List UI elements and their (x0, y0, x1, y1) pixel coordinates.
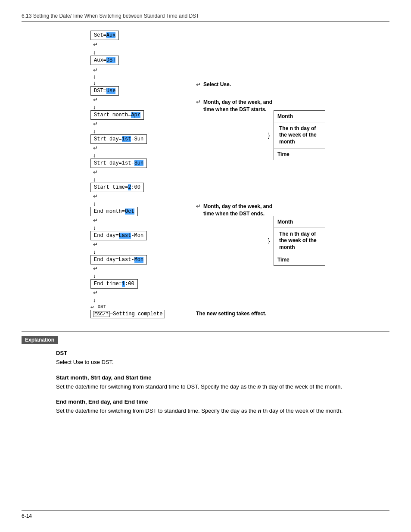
arrow-1: ↵ (90, 40, 98, 49)
header-title: 6.13 Setting the Date/Time When Switchin… (22, 13, 199, 19)
exp-end-body: Set the date/time for switching from DST… (56, 407, 389, 415)
box-start-month: Start month=Apr (90, 110, 144, 120)
flow-column: Set=Aux ↵ ↓ Aux=DST ↵ ↓ ↓ (90, 31, 190, 318)
exp-start-title: Start month, Strt day, and Start time (56, 374, 389, 381)
node-end-month: End month=Oct (90, 207, 138, 216)
bracket-nth-day-wrapper: } The n th day of the week of the month (274, 122, 325, 148)
node-aux-dst: Aux=DST (90, 56, 119, 65)
bracket-end-group: Month } The n th day of the week of the … (274, 216, 325, 266)
exp-dst-body: Select Use to use DST. (56, 358, 389, 367)
page-footer: 6-14 (22, 510, 389, 519)
bracket-nth-day-text: The n th day of the week of the month (279, 125, 322, 146)
box-end-time: End time=1:00 (90, 279, 138, 289)
page-header: 6.13 Setting the Date/Time When Switchin… (22, 13, 389, 22)
page: 6.13 Setting the Date/Time When Switchin… (0, 0, 411, 532)
box-set-aux: Set=Aux (90, 31, 119, 40)
node-strt-day-1st: Strt day=1st-Sun (90, 134, 147, 144)
annot-dst-starts: ↵ Month, day of the week, and time when … (196, 99, 281, 113)
node-dst-use: DST=Use (90, 86, 119, 96)
box-end-day-mon: End day=Last-Mon (90, 255, 147, 264)
annot-new-setting-text: The new setting takes effect. (196, 311, 266, 317)
box-dst-use: DST=Use (90, 86, 119, 96)
annot-dst-ends-text: Month, day of the week, and time when th… (203, 203, 281, 218)
diagram-area: Set=Aux ↵ ↓ Aux=DST ↵ ↓ ↓ (90, 31, 389, 318)
annotations-column: ↵ Select Use. ↵ Month, day of the week, … (196, 31, 347, 318)
node-end-day-mon: End day=Last-Mon (90, 255, 147, 264)
bracket-start-group: Month } The n th day of the week of the … (274, 110, 325, 160)
bracket-end-month-label: Month (274, 216, 325, 228)
box-aux-dst: Aux=DST (90, 56, 119, 65)
bracket-time-label: Time (274, 148, 325, 160)
exp-dst-title: DST (56, 350, 389, 356)
bracket-time-end-label: Time (274, 254, 325, 265)
exp-block-start: Start month, Strt day, and Start time Se… (22, 374, 389, 391)
box-end-day-last: End day=Last-Mon (90, 231, 147, 240)
explanation-section: Explanation DST Select Use to use DST. S… (22, 331, 389, 415)
annot-select-use: ↵ Select Use. (196, 81, 231, 88)
box-strt-day-1st: Strt day=1st-Sun (90, 134, 147, 144)
box-strt-day-sun: Strt day=1st-Sun (90, 159, 147, 168)
bracket-nth-day-end-text: The n th day of the week of the month (279, 231, 322, 251)
bracket-month-label: Month (274, 111, 325, 122)
node-start-month: Start month=Apr (90, 110, 144, 120)
exp-start-body: Set the date/time for switching from sta… (56, 383, 389, 391)
exp-end-title: End month, End day, and End time (56, 398, 389, 405)
page-number: 6-14 (22, 513, 32, 519)
box-end-month: End month=Oct (90, 207, 138, 216)
annot-dst-ends: ↵ Month, day of the week, and time when … (196, 203, 281, 218)
node-end-time: End time=1:00 (90, 279, 138, 289)
annot-dst-starts-text: Month, day of the week, and time when th… (203, 99, 281, 113)
node-strt-day-sun: Strt day=1st-Sun (90, 159, 147, 168)
annot-select-use-text: Select Use. (203, 81, 231, 87)
bracket-nth-day-end-wrapper: } The n th day of the week of the month (274, 228, 325, 254)
exp-block-dst: DST Select Use to use DST. (22, 350, 389, 367)
explanation-badge: Explanation (22, 336, 58, 344)
annot-new-setting: The new setting takes effect. (196, 311, 266, 317)
exp-block-end: End month, End day, and End time Set the… (22, 398, 389, 415)
node-start-time: Start time=2:00 (90, 183, 144, 192)
node-set-aux: Set=Aux (90, 31, 119, 40)
node-end-day-last: End day=Last-Mon (90, 231, 147, 240)
node-esc-setting: ↵ DST ESC/?—Setting complete (90, 303, 165, 318)
box-start-time: Start time=2:00 (90, 183, 144, 192)
